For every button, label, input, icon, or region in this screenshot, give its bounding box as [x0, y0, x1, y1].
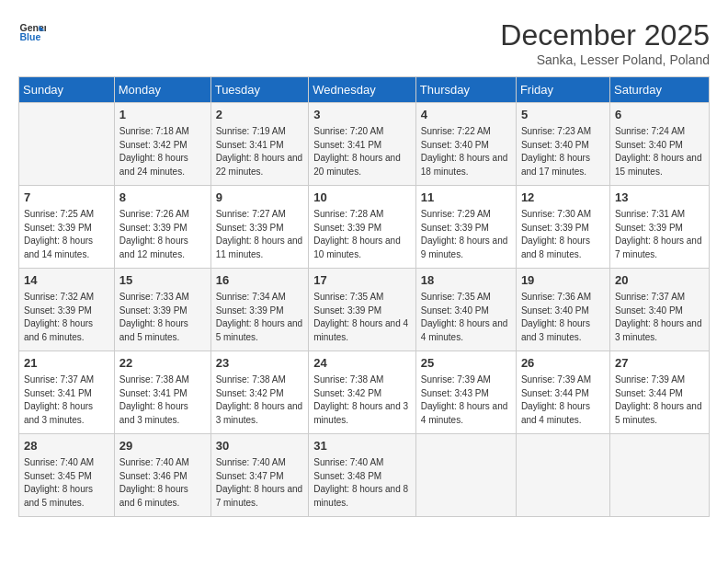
- day-number: 15: [119, 272, 206, 289]
- header-row: Sunday Monday Tuesday Wednesday Thursday…: [19, 77, 710, 103]
- main-title: December 2025: [500, 18, 710, 52]
- day-number: 12: [521, 190, 605, 206]
- cell-info: Sunrise: 7:31 AMSunset: 3:39 PMDaylight:…: [615, 208, 704, 261]
- day-number: 17: [313, 272, 411, 289]
- calendar-cell: 4Sunrise: 7:22 AMSunset: 3:40 PMDaylight…: [415, 103, 516, 186]
- svg-text:Blue: Blue: [20, 31, 41, 42]
- day-number: 28: [24, 438, 109, 454]
- cell-info: Sunrise: 7:34 AMSunset: 3:39 PMDaylight:…: [216, 291, 304, 344]
- calendar-cell: 31Sunrise: 7:40 AMSunset: 3:48 PMDayligh…: [309, 434, 416, 517]
- cell-info: Sunrise: 7:28 AMSunset: 3:39 PMDaylight:…: [313, 208, 411, 261]
- cell-info: Sunrise: 7:35 AMSunset: 3:39 PMDaylight:…: [313, 291, 411, 344]
- col-tuesday: Tuesday: [210, 77, 309, 103]
- day-number: 8: [119, 190, 206, 206]
- cell-info: Sunrise: 7:25 AMSunset: 3:39 PMDaylight:…: [24, 208, 109, 261]
- cell-info: Sunrise: 7:27 AMSunset: 3:39 PMDaylight:…: [216, 208, 304, 261]
- cell-info: Sunrise: 7:36 AMSunset: 3:40 PMDaylight:…: [521, 291, 605, 344]
- header: General Blue December 2025 Sanka, Lesser…: [18, 18, 710, 67]
- calendar-cell: 26Sunrise: 7:39 AMSunset: 3:44 PMDayligh…: [516, 351, 609, 434]
- calendar-week-3: 14Sunrise: 7:32 AMSunset: 3:39 PMDayligh…: [19, 269, 710, 351]
- calendar-cell: 22Sunrise: 7:38 AMSunset: 3:41 PMDayligh…: [114, 351, 210, 434]
- calendar-cell: 7Sunrise: 7:25 AMSunset: 3:39 PMDaylight…: [19, 186, 115, 269]
- calendar-week-5: 28Sunrise: 7:40 AMSunset: 3:45 PMDayligh…: [19, 434, 710, 517]
- calendar-week-4: 21Sunrise: 7:37 AMSunset: 3:41 PMDayligh…: [19, 351, 710, 434]
- day-number: 21: [24, 355, 109, 372]
- cell-info: Sunrise: 7:40 AMSunset: 3:47 PMDaylight:…: [216, 456, 304, 510]
- day-number: 7: [24, 190, 109, 206]
- cell-info: Sunrise: 7:29 AMSunset: 3:39 PMDaylight:…: [421, 208, 511, 261]
- calendar-cell: 29Sunrise: 7:40 AMSunset: 3:46 PMDayligh…: [114, 434, 210, 517]
- calendar-cell: 12Sunrise: 7:30 AMSunset: 3:39 PMDayligh…: [516, 186, 609, 269]
- col-saturday: Saturday: [609, 77, 709, 103]
- col-sunday: Sunday: [19, 77, 115, 103]
- logo-icon: General Blue: [18, 18, 46, 46]
- calendar-week-1: 1Sunrise: 7:18 AMSunset: 3:42 PMDaylight…: [19, 103, 710, 186]
- calendar-cell: 19Sunrise: 7:36 AMSunset: 3:40 PMDayligh…: [516, 269, 609, 351]
- col-monday: Monday: [114, 77, 210, 103]
- calendar-cell: 6Sunrise: 7:24 AMSunset: 3:40 PMDaylight…: [609, 103, 709, 186]
- calendar-cell: [19, 103, 115, 186]
- day-number: 24: [313, 355, 411, 372]
- col-thursday: Thursday: [415, 77, 516, 103]
- calendar-cell: 24Sunrise: 7:38 AMSunset: 3:42 PMDayligh…: [309, 351, 416, 434]
- cell-info: Sunrise: 7:18 AMSunset: 3:42 PMDaylight:…: [119, 125, 206, 178]
- cell-info: Sunrise: 7:24 AMSunset: 3:40 PMDaylight:…: [615, 125, 704, 178]
- col-friday: Friday: [516, 77, 609, 103]
- calendar-cell: 17Sunrise: 7:35 AMSunset: 3:39 PMDayligh…: [309, 269, 416, 351]
- calendar-cell: 23Sunrise: 7:38 AMSunset: 3:42 PMDayligh…: [210, 351, 309, 434]
- day-number: 16: [216, 272, 304, 289]
- cell-info: Sunrise: 7:38 AMSunset: 3:42 PMDaylight:…: [313, 373, 411, 427]
- day-number: 25: [421, 355, 511, 372]
- day-number: 5: [521, 107, 605, 123]
- day-number: 31: [313, 438, 411, 454]
- calendar-cell: 2Sunrise: 7:19 AMSunset: 3:41 PMDaylight…: [210, 103, 309, 186]
- calendar-cell: 20Sunrise: 7:37 AMSunset: 3:40 PMDayligh…: [609, 269, 709, 351]
- logo: General Blue: [18, 18, 46, 46]
- cell-info: Sunrise: 7:40 AMSunset: 3:45 PMDaylight:…: [24, 456, 109, 510]
- cell-info: Sunrise: 7:26 AMSunset: 3:39 PMDaylight:…: [119, 208, 206, 261]
- calendar-table: Sunday Monday Tuesday Wednesday Thursday…: [18, 76, 710, 517]
- calendar-cell: 10Sunrise: 7:28 AMSunset: 3:39 PMDayligh…: [309, 186, 416, 269]
- cell-info: Sunrise: 7:38 AMSunset: 3:42 PMDaylight:…: [216, 373, 304, 427]
- cell-info: Sunrise: 7:30 AMSunset: 3:39 PMDaylight:…: [521, 208, 605, 261]
- calendar-cell: 9Sunrise: 7:27 AMSunset: 3:39 PMDaylight…: [210, 186, 309, 269]
- calendar-cell: 13Sunrise: 7:31 AMSunset: 3:39 PMDayligh…: [609, 186, 709, 269]
- calendar-cell: 5Sunrise: 7:23 AMSunset: 3:40 PMDaylight…: [516, 103, 609, 186]
- calendar-week-2: 7Sunrise: 7:25 AMSunset: 3:39 PMDaylight…: [19, 186, 710, 269]
- calendar-cell: 8Sunrise: 7:26 AMSunset: 3:39 PMDaylight…: [114, 186, 210, 269]
- day-number: 10: [313, 190, 411, 206]
- day-number: 6: [615, 107, 704, 123]
- calendar-cell: 15Sunrise: 7:33 AMSunset: 3:39 PMDayligh…: [114, 269, 210, 351]
- day-number: 14: [24, 272, 109, 289]
- day-number: 13: [615, 190, 704, 206]
- title-area: December 2025 Sanka, Lesser Poland, Pola…: [500, 18, 710, 67]
- day-number: 29: [119, 438, 206, 454]
- cell-info: Sunrise: 7:40 AMSunset: 3:48 PMDaylight:…: [313, 456, 411, 510]
- calendar-cell: 25Sunrise: 7:39 AMSunset: 3:43 PMDayligh…: [415, 351, 516, 434]
- day-number: 27: [615, 355, 704, 372]
- cell-info: Sunrise: 7:38 AMSunset: 3:41 PMDaylight:…: [119, 373, 206, 427]
- calendar-cell: 16Sunrise: 7:34 AMSunset: 3:39 PMDayligh…: [210, 269, 309, 351]
- calendar-cell: [415, 434, 516, 517]
- calendar-cell: 21Sunrise: 7:37 AMSunset: 3:41 PMDayligh…: [19, 351, 115, 434]
- cell-info: Sunrise: 7:33 AMSunset: 3:39 PMDaylight:…: [119, 291, 206, 344]
- calendar-cell: 14Sunrise: 7:32 AMSunset: 3:39 PMDayligh…: [19, 269, 115, 351]
- calendar-cell: [516, 434, 609, 517]
- cell-info: Sunrise: 7:22 AMSunset: 3:40 PMDaylight:…: [421, 125, 511, 178]
- cell-info: Sunrise: 7:32 AMSunset: 3:39 PMDaylight:…: [24, 291, 109, 344]
- sub-title: Sanka, Lesser Poland, Poland: [500, 52, 710, 67]
- day-number: 3: [313, 107, 411, 123]
- day-number: 1: [119, 107, 206, 123]
- cell-info: Sunrise: 7:39 AMSunset: 3:43 PMDaylight:…: [421, 373, 511, 427]
- calendar-cell: 1Sunrise: 7:18 AMSunset: 3:42 PMDaylight…: [114, 103, 210, 186]
- cell-info: Sunrise: 7:40 AMSunset: 3:46 PMDaylight:…: [119, 456, 206, 510]
- calendar-cell: 28Sunrise: 7:40 AMSunset: 3:45 PMDayligh…: [19, 434, 115, 517]
- day-number: 19: [521, 272, 605, 289]
- calendar-cell: 11Sunrise: 7:29 AMSunset: 3:39 PMDayligh…: [415, 186, 516, 269]
- cell-info: Sunrise: 7:37 AMSunset: 3:41 PMDaylight:…: [24, 373, 109, 427]
- day-number: 22: [119, 355, 206, 372]
- col-wednesday: Wednesday: [309, 77, 416, 103]
- calendar-cell: [609, 434, 709, 517]
- cell-info: Sunrise: 7:19 AMSunset: 3:41 PMDaylight:…: [216, 125, 304, 178]
- calendar-cell: 30Sunrise: 7:40 AMSunset: 3:47 PMDayligh…: [210, 434, 309, 517]
